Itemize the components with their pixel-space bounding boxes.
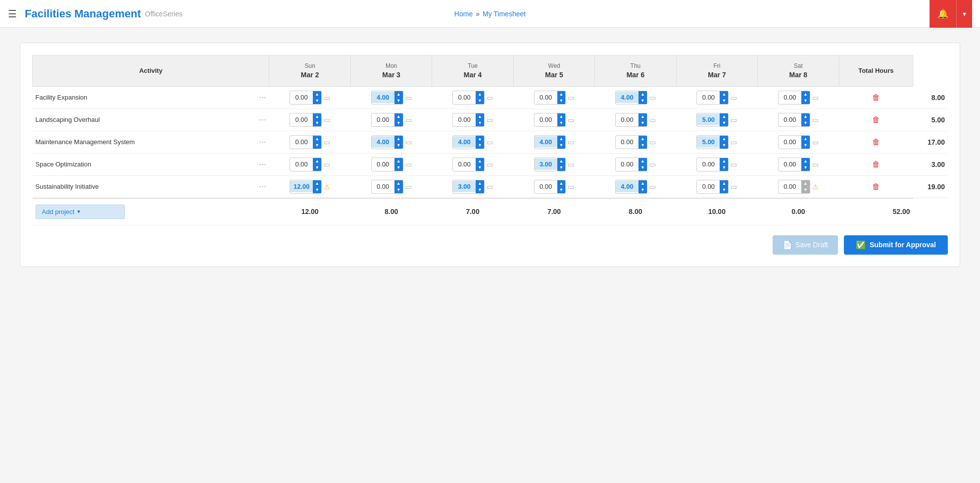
spinner-down-r1-c0[interactable]: ▼: [313, 120, 321, 126]
hour-input-r0-c0[interactable]: [290, 92, 313, 103]
row-options-button-0[interactable]: ···: [243, 86, 269, 108]
spinner-down-r0-c5[interactable]: ▼: [720, 98, 728, 104]
spinner-up-r1-c5[interactable]: ▲: [720, 113, 728, 120]
comment-icon-r2-c0[interactable]: ▭: [324, 138, 330, 146]
spinner-up-r1-c2[interactable]: ▲: [476, 113, 484, 120]
comment-icon-r4-c2[interactable]: ▭: [487, 183, 493, 191]
comment-icon-r1-c3[interactable]: ▭: [568, 116, 574, 124]
comment-icon-r1-c5[interactable]: ▭: [731, 116, 737, 124]
spinner-down-r0-c0[interactable]: ▼: [313, 98, 321, 104]
comment-icon-r3-c1[interactable]: ▭: [405, 161, 412, 168]
spinner-up-r2-c4[interactable]: ▲: [638, 136, 647, 142]
hour-input-r4-c5[interactable]: [697, 181, 720, 192]
spinner-down-r2-c5[interactable]: ▼: [720, 142, 728, 149]
spinner-down-r4-c2[interactable]: ▼: [476, 187, 484, 193]
spinner-down-r1-c5[interactable]: ▼: [720, 120, 728, 126]
spinner-down-r2-c2[interactable]: ▼: [476, 142, 484, 149]
menu-icon[interactable]: ☰: [8, 8, 17, 20]
spinner-up-r4-c0[interactable]: ▲: [313, 180, 321, 187]
spinner-down-r0-c6[interactable]: ▼: [801, 98, 810, 104]
spinner-down-r0-c4[interactable]: ▼: [638, 98, 647, 104]
spinner-down-r3-c6[interactable]: ▼: [801, 164, 810, 171]
spinner-down-r1-c6[interactable]: ▼: [801, 120, 810, 126]
spinner-down-r3-c0[interactable]: ▼: [313, 164, 321, 171]
comment-icon-r2-c4[interactable]: ▭: [649, 138, 656, 146]
comment-icon-r1-c6[interactable]: ▭: [812, 116, 819, 124]
comment-icon-r2-c2[interactable]: ▭: [487, 138, 493, 146]
comment-icon-r2-c6[interactable]: ▭: [812, 138, 819, 146]
row-options-button-3[interactable]: ···: [243, 153, 269, 175]
spinner-down-r3-c3[interactable]: ▼: [557, 164, 566, 171]
hour-input-r2-c2[interactable]: [453, 136, 476, 148]
hour-input-r3-c0[interactable]: [290, 159, 313, 170]
hour-input-r3-c1[interactable]: [372, 159, 394, 170]
spinner-down-r0-c1[interactable]: ▼: [394, 98, 403, 104]
notification-bell-button[interactable]: 🔔: [930, 0, 956, 28]
hour-input-r2-c5[interactable]: [697, 136, 720, 148]
spinner-down-r2-c6[interactable]: ▼: [801, 142, 810, 149]
spinner-down-r1-c2[interactable]: ▼: [476, 120, 484, 126]
comment-icon-r3-c3[interactable]: ▭: [568, 161, 574, 168]
comment-icon-r0-c4[interactable]: ▭: [649, 94, 656, 102]
comment-icon-r2-c5[interactable]: ▭: [731, 138, 737, 146]
spinner-up-r3-c4[interactable]: ▲: [638, 158, 647, 164]
hour-input-r1-c5[interactable]: [697, 114, 720, 125]
hour-input-r4-c3[interactable]: [535, 181, 557, 192]
comment-icon-r0-c6[interactable]: ▭: [812, 94, 819, 102]
spinner-up-r0-c5[interactable]: ▲: [720, 91, 728, 98]
delete-row-button-0[interactable]: 🗑: [839, 86, 913, 108]
hour-input-r2-c4[interactable]: [616, 136, 638, 148]
spinner-up-r2-c3[interactable]: ▲: [557, 136, 566, 142]
delete-icon-0[interactable]: 🗑: [872, 93, 880, 102]
spinner-down-r2-c1[interactable]: ▼: [394, 142, 403, 149]
row-options-button-1[interactable]: ···: [243, 108, 269, 131]
spinner-down-r2-c0[interactable]: ▼: [313, 142, 321, 149]
comment-icon-r4-c4[interactable]: ▭: [649, 183, 656, 191]
hour-input-r3-c6[interactable]: [779, 159, 801, 170]
spinner-down-r0-c2[interactable]: ▼: [476, 98, 484, 104]
comment-icon-r1-c0[interactable]: ▭: [324, 116, 330, 124]
add-project-button[interactable]: Add project ▾: [36, 205, 125, 219]
hour-input-r4-c6[interactable]: [779, 181, 801, 192]
comment-icon-r3-c4[interactable]: ▭: [649, 161, 656, 168]
spinner-down-r1-c4[interactable]: ▼: [638, 120, 647, 126]
delete-icon-2[interactable]: 🗑: [872, 138, 880, 146]
spinner-up-r2-c2[interactable]: ▲: [476, 136, 484, 142]
hour-input-r1-c6[interactable]: [779, 114, 801, 125]
spinner-down-r2-c3[interactable]: ▼: [557, 142, 566, 149]
comment-icon-r0-c1[interactable]: ▭: [405, 94, 412, 102]
delete-row-button-2[interactable]: 🗑: [839, 131, 913, 153]
spinner-down-r3-c1[interactable]: ▼: [394, 164, 403, 171]
hour-input-r0-c3[interactable]: [535, 92, 557, 103]
spinner-down-r4-c4[interactable]: ▼: [638, 187, 647, 193]
comment-icon-r1-c1[interactable]: ▭: [405, 116, 412, 124]
spinner-up-r3-c0[interactable]: ▲: [313, 158, 321, 164]
spinner-up-r4-c3[interactable]: ▲: [557, 180, 566, 187]
hour-input-r4-c2[interactable]: [453, 181, 476, 192]
spinner-up-r4-c2[interactable]: ▲: [476, 180, 484, 187]
spinner-down-r3-c4[interactable]: ▼: [638, 164, 647, 171]
spinner-down-r4-c0[interactable]: ▼: [313, 187, 321, 193]
spinner-up-r1-c0[interactable]: ▲: [313, 113, 321, 120]
row-options-button-2[interactable]: ···: [243, 131, 269, 153]
comment-icon-r4-c1[interactable]: ▭: [405, 183, 412, 191]
spinner-up-r0-c2[interactable]: ▲: [476, 91, 484, 98]
nav-current[interactable]: My Timesheet: [483, 10, 526, 18]
spinner-up-r3-c6[interactable]: ▲: [801, 158, 810, 164]
spinner-up-r3-c1[interactable]: ▲: [394, 158, 403, 164]
delete-row-button-4[interactable]: 🗑: [839, 175, 913, 198]
delete-icon-1[interactable]: 🗑: [872, 115, 880, 124]
hour-input-r4-c4[interactable]: [616, 181, 638, 192]
spinner-up-r1-c4[interactable]: ▲: [638, 113, 647, 120]
nav-home[interactable]: Home: [454, 10, 473, 18]
comment-icon-r1-c4[interactable]: ▭: [649, 116, 656, 124]
delete-icon-4[interactable]: 🗑: [872, 182, 880, 191]
spinner-up-r2-c0[interactable]: ▲: [313, 136, 321, 142]
comment-icon-r0-c2[interactable]: ▭: [487, 94, 493, 102]
spinner-up-r4-c6[interactable]: ▲: [801, 180, 810, 187]
spinner-down-r4-c1[interactable]: ▼: [394, 187, 403, 193]
spinner-up-r4-c5[interactable]: ▲: [720, 180, 728, 187]
spinner-up-r1-c6[interactable]: ▲: [801, 113, 810, 120]
hour-input-r3-c5[interactable]: [697, 159, 720, 170]
hour-input-r0-c6[interactable]: [779, 92, 801, 103]
